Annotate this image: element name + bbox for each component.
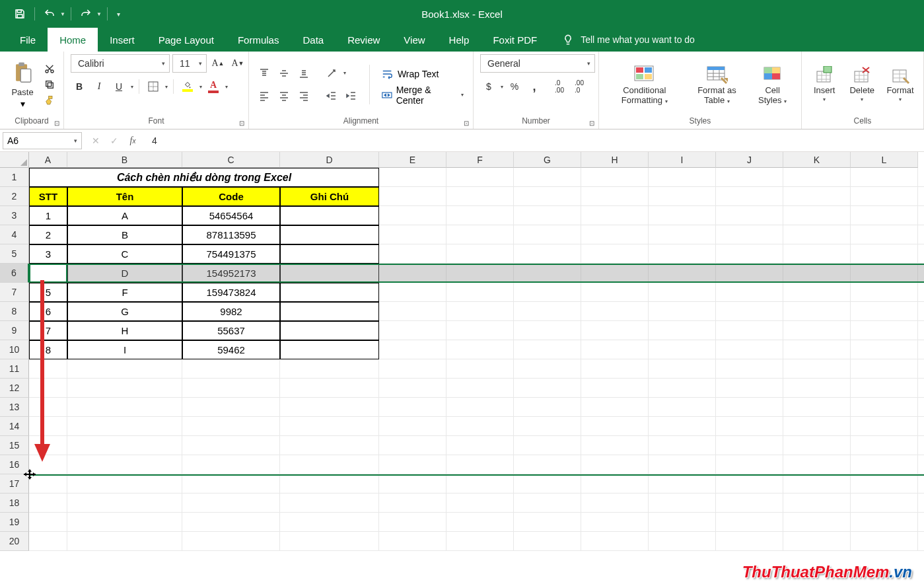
tell-me-search[interactable]: Tell me what you want to do [562,28,695,52]
delete-cells-button[interactable]: Delete▾ [844,65,880,104]
cell[interactable] [783,359,851,379]
cell[interactable] [716,359,783,379]
decrease-indent-icon[interactable] [323,87,340,104]
cell[interactable] [514,513,581,532]
cell[interactable] [446,436,514,455]
row-header-20[interactable]: 20 [0,532,29,551]
tab-view[interactable]: View [392,28,437,52]
row-header-19[interactable]: 19 [0,513,29,532]
col-header-H[interactable]: H [581,152,649,168]
bold-button[interactable]: B [71,78,88,95]
cell[interactable] [716,187,783,206]
cell[interactable] [716,436,783,455]
cell[interactable] [783,532,851,551]
col-header-C[interactable]: C [182,152,280,168]
cell[interactable]: 4 [29,264,67,283]
cell[interactable] [581,225,649,244]
cell[interactable]: STT [29,187,67,206]
cell[interactable] [581,474,649,494]
cell[interactable] [514,302,581,321]
italic-button[interactable]: I [90,78,108,95]
cell[interactable] [446,513,514,532]
cell[interactable] [67,379,182,398]
cell[interactable] [649,379,716,398]
cell[interactable] [581,302,649,321]
cell[interactable] [182,398,280,417]
format-cells-button[interactable]: Format▾ [884,65,917,104]
cell[interactable] [716,513,783,532]
cell[interactable] [581,168,649,187]
cell[interactable]: 3 [29,244,67,264]
cell[interactable] [280,455,379,474]
column-headers[interactable]: ABCDEFGHIJKL [29,152,924,168]
row-header-7[interactable]: 7 [0,283,29,302]
col-header-G[interactable]: G [514,152,581,168]
copy-icon[interactable] [42,78,57,91]
cell[interactable] [716,283,783,302]
cell[interactable] [29,474,67,494]
percent-format-icon[interactable]: % [506,78,523,95]
cell[interactable] [514,283,581,302]
cell[interactable] [446,340,514,359]
cell[interactable] [446,264,514,283]
cell[interactable] [280,474,379,494]
cell[interactable] [446,474,514,494]
cell[interactable] [649,417,716,436]
cell[interactable] [851,283,918,302]
cell[interactable] [581,379,649,398]
cell[interactable] [67,474,182,494]
align-center-icon[interactable] [275,87,293,104]
cell[interactable] [851,474,918,494]
font-color-icon[interactable]: A [205,78,222,95]
cell[interactable] [514,206,581,225]
cell[interactable] [514,225,581,244]
cell[interactable]: 878113595 [182,225,280,244]
cell[interactable] [581,417,649,436]
cell[interactable] [379,321,446,340]
cell[interactable] [67,436,182,455]
cell[interactable] [581,455,649,474]
cell[interactable] [379,532,446,551]
cell[interactable] [446,206,514,225]
formula-input[interactable]: 4 [147,135,924,146]
cell[interactable] [783,187,851,206]
cell[interactable] [581,359,649,379]
cell[interactable] [280,398,379,417]
row-header-2[interactable]: 2 [0,187,29,206]
cell[interactable] [649,302,716,321]
cell[interactable] [29,379,67,398]
cell[interactable]: 6 [29,302,67,321]
cell[interactable] [514,436,581,455]
qat-customize-icon[interactable]: ▾ [117,11,120,18]
clipboard-launcher-icon[interactable]: ⊡ [54,120,59,127]
cell[interactable] [446,302,514,321]
cell[interactable]: Code [182,187,280,206]
cell[interactable] [280,513,379,532]
cell[interactable] [280,417,379,436]
cell[interactable] [182,417,280,436]
cell[interactable]: I [67,340,182,359]
cell[interactable] [514,244,581,264]
cell[interactable] [851,379,918,398]
cell[interactable] [649,532,716,551]
cell[interactable] [280,494,379,513]
cell[interactable] [379,340,446,359]
undo-icon[interactable] [40,5,59,23]
cell[interactable] [649,206,716,225]
cell[interactable] [182,436,280,455]
cell[interactable] [514,398,581,417]
cell[interactable] [851,302,918,321]
decrease-font-icon[interactable]: A▼ [229,55,246,72]
cell[interactable] [379,264,446,283]
row-header-16[interactable]: 16 [0,455,29,474]
paste-button[interactable]: Paste ▾ [7,58,38,110]
cell[interactable] [783,398,851,417]
cell[interactable] [379,398,446,417]
cell[interactable] [446,494,514,513]
cell[interactable]: G [67,302,182,321]
cell[interactable] [379,206,446,225]
row-header-11[interactable]: 11 [0,359,29,379]
cell[interactable] [783,340,851,359]
decrease-decimal-icon[interactable]: .00.0 [571,78,588,95]
cell[interactable] [514,532,581,551]
